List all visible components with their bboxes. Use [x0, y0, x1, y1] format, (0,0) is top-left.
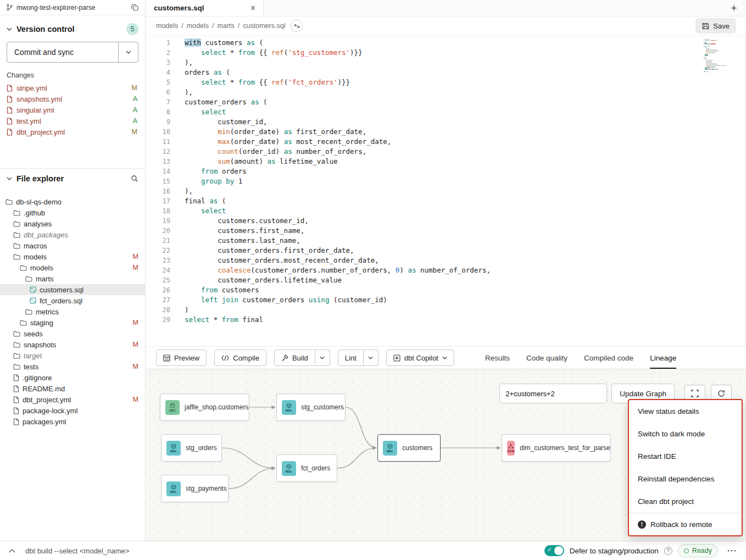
breadcrumb-item-marts[interactable]: marts — [218, 22, 235, 30]
lineage-node-jaffle-shop-customers[interactable]: SRCjaffle_shop.customers — [160, 393, 249, 421]
file-tree-item-marts[interactable]: marts — [0, 273, 145, 284]
collapse-panel-icon[interactable] — [9, 549, 15, 553]
file-tree-item-dbt-packages[interactable]: dbt_packages — [0, 229, 145, 240]
breadcrumb-item-customers-sql[interactable]: customers.sql — [243, 22, 285, 30]
file-explorer-header[interactable]: File explorer — [0, 169, 145, 188]
lineage-node-stg-orders[interactable]: MDLstg_orders — [161, 434, 222, 462]
code-line[interactable]: 10 min(order_date) as first_order_date, — [146, 127, 745, 137]
lineage-node-dim-customers-test-for-parse[interactable]: SEMdim_customers_test_for_parse — [502, 434, 611, 462]
changed-file-dbt-project-yml[interactable]: dbt_project.ymlM — [0, 126, 145, 137]
menu-item-rollback-to-remote[interactable]: !Rollback to remote — [629, 513, 742, 535]
file-tree-item-tests[interactable]: testsM — [0, 361, 145, 372]
breadcrumb-item-models[interactable]: models — [187, 22, 209, 30]
menu-item-switch-to-dark-mode[interactable]: Switch to dark mode — [629, 423, 742, 445]
close-tab-icon[interactable]: × — [250, 4, 255, 13]
file-tree-item-gitignore[interactable]: .gitignore — [0, 372, 145, 383]
status-badge[interactable]: Ready — [678, 544, 718, 557]
changed-file-snapshots-yml[interactable]: snapshots.ymlA — [0, 93, 145, 104]
file-tree-item-macros[interactable]: macros — [0, 240, 145, 251]
file-tree-item-dbt-project-yml[interactable]: dbt_project.ymlM — [0, 394, 145, 405]
file-tree-item-analyses[interactable]: analyses — [0, 218, 145, 229]
changed-file-stripe-yml[interactable]: stripe.ymlM — [0, 82, 145, 93]
code-line[interactable]: 14 from orders — [146, 167, 745, 176]
code-line[interactable]: 20 customers.first_name, — [146, 226, 745, 236]
menu-item-view-status-details[interactable]: View status details — [629, 400, 742, 423]
code-line[interactable]: 1with customers as ( — [146, 38, 745, 48]
file-tree-item-metrics[interactable]: metrics — [0, 306, 145, 317]
code-line[interactable]: 26 from customers — [146, 285, 745, 295]
file-tree-item-readme-md[interactable]: README.md — [0, 383, 145, 394]
version-control-header[interactable]: Version control 5 — [0, 21, 145, 37]
code-line[interactable]: 7customer_orders as ( — [146, 97, 745, 107]
code-line[interactable]: 25 customer_orders.lifetime_value — [146, 275, 745, 285]
code-line[interactable]: 9 customer_id, — [146, 117, 745, 127]
lint-options-chevron[interactable] — [364, 350, 378, 366]
lineage-selector-input[interactable] — [499, 384, 607, 403]
editor-minimap[interactable] — [704, 39, 737, 73]
code-line[interactable]: 8 select — [146, 107, 745, 117]
file-tree-item-package-lock-yml[interactable]: package-lock.yml — [0, 405, 145, 416]
breadcrumb-item-models[interactable]: models — [156, 22, 178, 30]
menu-item-reinstall-dependencies[interactable]: Reinstall dependencies — [629, 468, 742, 490]
commit-options-chevron[interactable] — [118, 42, 138, 62]
help-icon[interactable]: ? — [664, 547, 672, 555]
code-line[interactable]: 4orders as ( — [146, 68, 745, 77]
file-tree-item-customers-sql[interactable]: customers.sql — [0, 284, 145, 295]
new-tab-button[interactable]: + — [722, 0, 746, 16]
code-line[interactable]: 13 sum(amount) as lifetime_value — [146, 157, 745, 167]
save-button[interactable]: Save — [695, 18, 736, 34]
file-tree-item-github[interactable]: .github — [0, 207, 145, 218]
code-line[interactable]: 5 select * from {{ ref('fct_orders')}} — [146, 77, 745, 87]
code-line[interactable]: 29select * from final — [146, 315, 745, 325]
menu-item-clean-dbt-project[interactable]: Clean dbt project — [629, 490, 742, 513]
defer-toggle[interactable]: ✓ — [544, 545, 564, 556]
code-line[interactable]: 23 customer_orders.most_recent_order_dat… — [146, 256, 745, 265]
file-tree-item-packages-yml[interactable]: packages.yml — [0, 416, 145, 427]
code-line[interactable]: 3), — [146, 58, 745, 68]
file-tree-item-staging[interactable]: stagingM — [0, 317, 145, 328]
tab-customers-sql[interactable]: customers.sql × — [146, 0, 264, 16]
preview-button[interactable]: Preview — [156, 350, 207, 366]
code-line[interactable]: 12 count(order_id) as number_of_orders, — [146, 147, 745, 157]
code-line[interactable]: 6), — [146, 87, 745, 97]
file-tree-item-target[interactable]: target — [0, 350, 145, 361]
code-line[interactable]: 2 select * from {{ ref('stg_customers')}… — [146, 48, 745, 58]
commit-and-sync-button[interactable]: Commit and sync — [7, 42, 138, 63]
code-line[interactable]: 21 customers.last_name, — [146, 236, 745, 246]
lineage-node-fct-orders[interactable]: MDLfct_orders — [276, 454, 337, 482]
search-icon[interactable] — [131, 175, 138, 182]
code-line[interactable]: 16), — [146, 186, 745, 196]
lint-button[interactable]: Lint — [338, 350, 364, 366]
menu-item-restart-ide[interactable]: Restart IDE — [629, 445, 742, 468]
file-tree-item-models[interactable]: modelsM — [0, 262, 145, 273]
code-line[interactable]: 28) — [146, 305, 745, 315]
panel-tab-code-quality[interactable]: Code quality — [526, 347, 567, 369]
more-options-icon[interactable]: ⋯ — [727, 546, 737, 556]
code-line[interactable]: 11 max(order_date) as most_recent_order_… — [146, 137, 745, 147]
lineage-node-customers[interactable]: MDLcustomers — [377, 434, 441, 462]
panel-tab-compiled-code[interactable]: Compiled code — [584, 347, 633, 369]
file-tree-item-fct-orders-sql[interactable]: fct_orders.sql — [0, 295, 145, 306]
build-button[interactable]: Build — [274, 350, 315, 366]
lineage-node-stg-payments[interactable]: MDLstg_payments — [161, 475, 229, 502]
code-line[interactable]: 15 group by 1 — [146, 176, 745, 186]
code-line[interactable]: 17final as ( — [146, 196, 745, 206]
compile-button[interactable]: Compile — [214, 350, 266, 366]
changed-file-test-yml[interactable]: test.ymlA — [0, 115, 145, 126]
file-tree-item-snapshots[interactable]: snapshotsM — [0, 339, 145, 350]
file-tree-item-seeds[interactable]: seeds — [0, 328, 145, 339]
code-line[interactable]: 19 customers.customer_id, — [146, 216, 745, 226]
changed-file-singular-yml[interactable]: singular.ymlA — [0, 104, 145, 115]
panel-tab-lineage[interactable]: Lineage — [650, 347, 676, 369]
code-editor[interactable]: 1with customers as (2 select * from {{ r… — [146, 36, 746, 346]
code-line[interactable]: 24 coalesce(customer_orders.number_of_or… — [146, 265, 745, 275]
code-line[interactable]: 27 left join customer_orders using (cust… — [146, 295, 745, 305]
file-actions-icon[interactable] — [291, 20, 303, 32]
panel-tab-results[interactable]: Results — [485, 347, 510, 369]
copy-branch-icon[interactable] — [131, 4, 138, 11]
dbt-copilot-button[interactable]: dbt Copilot — [386, 350, 454, 366]
file-tree-item-db-sl-qs-demo[interactable]: db-sl-qs-demo — [0, 196, 145, 207]
file-tree-item-models[interactable]: modelsM — [0, 251, 145, 262]
build-options-chevron[interactable] — [315, 350, 330, 366]
code-line[interactable]: 18 select — [146, 206, 745, 216]
